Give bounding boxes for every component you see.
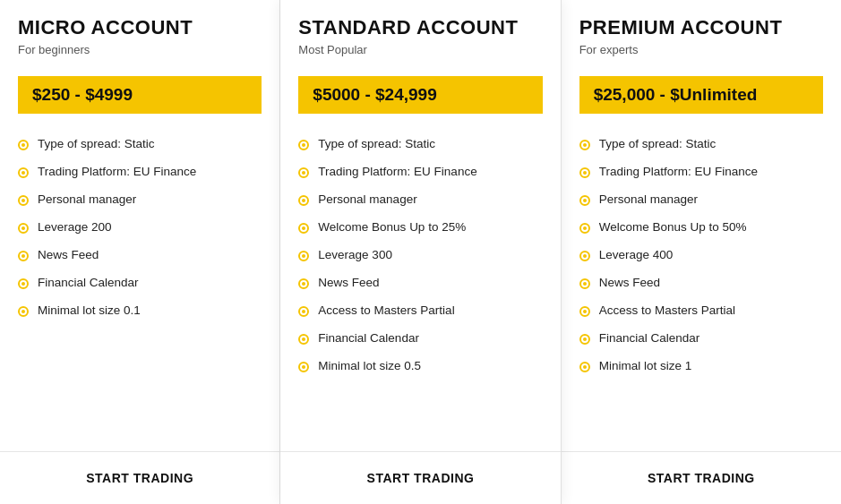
plan-title-standard: STANDARD ACCOUNT [298,16,542,39]
feature-text: News Feed [38,248,99,261]
feature-item: Leverage 300 [298,241,542,269]
feature-bullet-icon [579,195,590,206]
feature-text: Leverage 400 [599,248,674,261]
feature-text: Trading Platform: EU Finance [599,165,758,178]
feature-bullet-icon [298,251,309,261]
feature-bullet-icon [579,167,590,178]
plan-card-micro: MICRO ACCOUNTFor beginners$250 - $4999Ty… [0,0,280,504]
plan-price-bar-micro: $250 - $4999 [18,76,262,114]
feature-bullet-icon [298,362,309,372]
plan-price-micro: $250 - $4999 [32,85,133,104]
feature-item: Trading Platform: EU Finance [579,158,823,185]
feature-bullet-icon [298,278,309,289]
feature-text: Minimal lot size 0.1 [38,303,141,317]
feature-item: Financial Calendar [298,324,542,352]
feature-bullet-icon [579,140,590,150]
plan-subtitle-premium: For experts [579,43,823,56]
feature-item: Minimal lot size 0.5 [298,352,542,380]
plan-features-premium: Type of spread: StaticTrading Platform: … [562,130,841,451]
feature-item: Minimal lot size 1 [579,352,823,380]
feature-text: Financial Calendar [599,331,700,345]
feature-item: Financial Calendar [579,324,823,352]
start-trading-button-micro[interactable]: START TRADING [86,471,193,485]
feature-text: Personal manager [599,192,698,206]
feature-bullet-icon [18,251,29,261]
feature-text: Minimal lot size 0.5 [318,359,421,372]
plan-price-premium: $25,000 - $Unlimited [594,85,758,104]
feature-text: Type of spread: Static [38,137,155,150]
feature-text: Personal manager [38,192,136,206]
plans-container: MICRO ACCOUNTFor beginners$250 - $4999Ty… [0,0,841,504]
feature-item: Trading Platform: EU Finance [18,158,262,185]
feature-text: Access to Masters Partial [318,303,454,317]
feature-item: Leverage 400 [579,241,823,269]
plan-subtitle-standard: Most Popular [298,43,542,56]
feature-text: Access to Masters Partial [599,303,735,317]
feature-bullet-icon [579,334,590,345]
plan-header-micro: MICRO ACCOUNTFor beginners [0,0,279,65]
feature-item: Welcome Bonus Up to 50% [579,213,823,241]
feature-item: Access to Masters Partial [298,296,542,324]
plan-footer-micro: START TRADING [0,451,279,504]
plan-features-standard: Type of spread: StaticTrading Platform: … [280,130,560,451]
plan-subtitle-micro: For beginners [18,43,262,56]
feature-bullet-icon [579,362,590,372]
feature-bullet-icon [298,195,309,206]
feature-text: Minimal lot size 1 [599,359,692,372]
plan-price-bar-standard: $5000 - $24,999 [298,76,542,114]
plan-header-standard: STANDARD ACCOUNTMost Popular [280,0,560,65]
feature-item: News Feed [18,241,262,269]
plan-title-micro: MICRO ACCOUNT [18,16,262,39]
feature-text: Trading Platform: EU Finance [318,165,476,178]
feature-item: Trading Platform: EU Finance [298,158,542,185]
plan-footer-premium: START TRADING [562,451,841,504]
feature-text: Type of spread: Static [599,137,717,150]
plan-card-standard: STANDARD ACCOUNTMost Popular$5000 - $24,… [280,0,561,504]
feature-bullet-icon [298,334,309,345]
plan-footer-standard: START TRADING [280,451,560,504]
plan-header-premium: PREMIUM ACCOUNTFor experts [562,0,841,65]
feature-item: News Feed [298,269,542,296]
feature-bullet-icon [579,278,590,289]
feature-item: Access to Masters Partial [579,296,823,324]
feature-text: Welcome Bonus Up to 50% [599,220,747,234]
feature-text: Leverage 200 [38,220,112,234]
plan-price-standard: $5000 - $24,999 [313,85,436,104]
feature-item: Type of spread: Static [298,130,542,158]
plan-card-premium: PREMIUM ACCOUNTFor experts$25,000 - $Unl… [562,0,841,504]
feature-bullet-icon [18,306,29,317]
feature-bullet-icon [298,223,309,234]
feature-item: Personal manager [298,185,542,213]
feature-item: Minimal lot size 0.1 [18,296,262,324]
feature-item: Personal manager [579,185,823,213]
feature-bullet-icon [18,195,29,206]
feature-bullet-icon [298,306,309,317]
feature-item: Leverage 200 [18,213,262,241]
feature-bullet-icon [18,167,29,178]
feature-text: Personal manager [318,192,416,206]
start-trading-button-premium[interactable]: START TRADING [648,471,755,485]
feature-text: Financial Calendar [318,331,419,345]
start-trading-button-standard[interactable]: START TRADING [367,471,475,485]
feature-bullet-icon [298,140,309,150]
feature-item: News Feed [579,269,823,296]
feature-bullet-icon [298,167,309,178]
feature-text: Leverage 300 [318,248,392,261]
feature-bullet-icon [579,306,590,317]
feature-item: Type of spread: Static [579,130,823,158]
feature-item: Financial Calendar [18,269,262,296]
plan-title-premium: PREMIUM ACCOUNT [579,16,823,39]
feature-bullet-icon [579,223,590,234]
feature-item: Personal manager [18,185,262,213]
feature-bullet-icon [18,140,29,150]
feature-item: Type of spread: Static [18,130,262,158]
plan-features-micro: Type of spread: StaticTrading Platform: … [0,130,279,451]
feature-text: News Feed [599,276,660,289]
feature-bullet-icon [18,223,29,234]
feature-bullet-icon [18,278,29,289]
plan-price-bar-premium: $25,000 - $Unlimited [579,76,823,114]
feature-text: News Feed [318,276,379,289]
feature-bullet-icon [579,251,590,261]
feature-item: Welcome Bonus Up to 25% [298,213,542,241]
feature-text: Welcome Bonus Up to 25% [318,220,466,234]
